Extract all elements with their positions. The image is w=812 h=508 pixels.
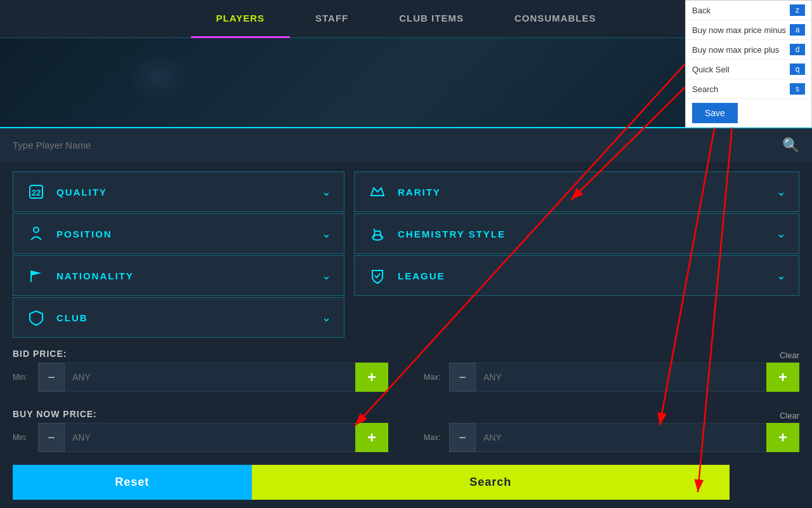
shortcut-buy-plus-key: d [790,44,805,55]
bid-price-max-input[interactable] [476,363,766,392]
buy-now-price-clear[interactable]: Clear [780,411,799,420]
filter-club[interactable]: CLUB ⌄ [13,297,344,338]
bid-price-min-row: Min: − + Max: − + [13,363,799,392]
buy-now-price-max-minus[interactable]: − [449,423,476,452]
search-button[interactable]: Search [252,465,730,500]
shortcut-back-label: Back [692,6,710,15]
quality-icon: 22 [26,182,46,202]
bottom-buttons: Reset Search [13,465,730,500]
league-label: LEAGUE [398,271,776,281]
bid-price-min-minus[interactable]: − [38,363,65,392]
filter-quality[interactable]: 22 QUALITY ⌄ [13,171,344,212]
shortcut-search-label: Search [692,84,718,94]
shortcut-panel: Back z Buy now max price minus a Buy now… [685,0,812,128]
search-input[interactable] [13,140,782,150]
buy-now-price-block: BUY NOW PRICE: Clear Min: − + Max: − + [13,409,799,452]
shortcut-quick-sell: Quick Sell q [686,60,811,79]
shortcut-buy-minus-key: a [790,24,805,36]
position-chevron: ⌄ [322,227,331,241]
bid-price-block: BID PRICE: Clear Min: − + Max: − + [13,349,799,392]
quality-label: QUALITY [56,187,322,197]
club-icon [26,307,46,328]
quality-chevron: ⌄ [322,185,331,199]
reset-button[interactable]: Reset [13,465,252,500]
buy-now-price-min-minus[interactable]: − [38,423,65,452]
svg-marker-4 [31,271,41,276]
buy-now-price-section: BUY NOW PRICE: Clear Min: − + Max: − + [13,399,799,452]
rarity-chevron: ⌄ [776,185,786,199]
buy-now-price-min-plus[interactable]: + [355,423,388,452]
shortcut-back-key: z [790,4,805,16]
search-bar-container: 🔍 [0,127,812,162]
bid-price-max-minus[interactable]: − [449,363,476,392]
shortcut-buy-minus: Buy now max price minus a [686,20,811,40]
main-content: 22 QUALITY ⌄ POSITION ⌄ [0,162,812,500]
bid-price-max-group: − + [449,363,799,392]
svg-point-2 [34,227,39,232]
bid-price-section: BID PRICE: Clear Min: − + Max: − + [13,339,799,392]
buy-now-price-label: BUY NOW PRICE: [13,409,97,419]
nationality-icon [26,265,46,286]
filter-col-right: RARITY ⌄ CHEMISTRY STYLE ⌄ [354,171,799,339]
bid-price-max-plus[interactable]: + [766,363,799,392]
tab-club-items[interactable]: CLUB ITEMS [374,0,489,38]
buy-now-price-max-label: Max: [424,433,444,442]
bid-price-min-plus[interactable]: + [355,363,388,392]
filter-col-left: 22 QUALITY ⌄ POSITION ⌄ [13,171,344,339]
shortcut-back: Back z [686,1,811,20]
bid-price-max-label: Max: [424,373,444,382]
shortcut-buy-minus-label: Buy now max price minus [692,25,786,35]
club-chevron: ⌄ [322,311,331,324]
nationality-chevron: ⌄ [322,269,331,283]
buy-now-price-min-label: Min: [13,433,33,442]
chemistry-style-chevron: ⌄ [776,227,786,241]
shortcut-buy-plus-label: Buy now max price plus [692,45,779,55]
position-label: POSITION [56,229,322,239]
chemistry-style-icon [367,224,388,244]
buy-now-price-min-input[interactable] [65,423,355,452]
buy-now-price-min-group: − + [38,423,388,452]
club-label: CLUB [56,312,322,323]
search-icon-button[interactable]: 🔍 [782,137,799,154]
league-chevron: ⌄ [776,269,786,283]
shortcut-search: Search s [686,79,811,99]
nationality-label: NATIONALITY [56,271,322,281]
tab-players[interactable]: PLAYERS [191,0,290,38]
filter-chemistry-style[interactable]: CHEMISTRY STYLE ⌄ [354,213,799,254]
position-icon [26,224,46,244]
svg-text:22: 22 [32,188,41,197]
filter-league[interactable]: LEAGUE ⌄ [354,255,799,296]
chemistry-style-label: CHEMISTRY STYLE [398,229,776,239]
filter-nationality[interactable]: NATIONALITY ⌄ [13,255,344,296]
shortcut-quick-sell-key: q [790,64,805,75]
rarity-label: RARITY [398,187,776,197]
save-button[interactable]: Save [692,103,738,123]
league-icon [367,265,388,286]
shortcut-search-key: s [790,83,805,95]
filter-rarity[interactable]: RARITY ⌄ [354,171,799,212]
buy-now-price-max-group: − + [449,423,799,452]
filter-position[interactable]: POSITION ⌄ [13,213,344,254]
bid-price-min-input[interactable] [65,363,355,392]
bid-price-label: BID PRICE: [13,349,67,359]
bid-price-clear[interactable]: Clear [780,351,799,360]
buy-now-price-min-row: Min: − + Max: − + [13,423,799,452]
tab-staff[interactable]: STAFF [290,0,374,38]
buy-now-price-max-plus[interactable]: + [766,423,799,452]
bid-price-min-label: Min: [13,373,33,382]
bid-price-min-group: − + [38,363,388,392]
shortcut-quick-sell-label: Quick Sell [692,65,730,74]
tab-consumables[interactable]: CONSUMABLES [489,0,622,38]
rarity-icon [367,182,388,202]
buy-now-price-max-input[interactable] [476,423,766,452]
svg-line-7 [374,229,375,231]
shortcut-buy-plus: Buy now max price plus d [686,40,811,60]
filter-area: 22 QUALITY ⌄ POSITION ⌄ [13,162,799,339]
